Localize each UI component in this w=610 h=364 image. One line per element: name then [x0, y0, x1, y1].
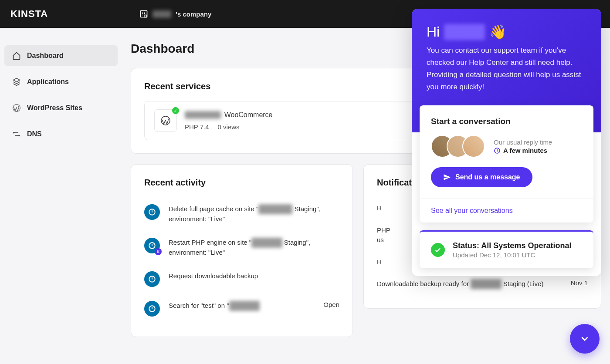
sidebar-item-label: DNS [27, 130, 42, 138]
card-title: Recent activity [144, 178, 339, 188]
avatar [462, 135, 485, 158]
kinsta-badge-icon: K [155, 248, 162, 255]
reply-time: A few minutes [494, 147, 582, 154]
chat-widget: Hi Xxxxx 👋 You can contact our support t… [412, 9, 601, 276]
layers-icon [12, 78, 21, 86]
wave-icon: 👋 [489, 24, 507, 40]
company-selector[interactable]: Xxxx 's company [139, 10, 211, 18]
send-icon [443, 173, 451, 181]
company-name-redacted: Xxxx [152, 10, 171, 18]
sidebar-item-wordpress[interactable]: WordPress Sites [4, 98, 118, 118]
notification-date: Nov 1 [571, 279, 588, 289]
send-message-button[interactable]: Send us a message [431, 167, 532, 187]
power-icon: K [144, 238, 160, 253]
clock-icon [494, 147, 501, 154]
reply-label: Our usual reply time [494, 138, 582, 146]
sidebar-item-label: Applications [27, 78, 69, 86]
service-name-redacted: Xxxxxxxxx [185, 111, 221, 119]
recent-activity-card: Recent activity Delete full page cache o… [131, 164, 353, 337]
status-online-icon: ✓ [172, 107, 179, 114]
home-icon [12, 51, 21, 60]
status-title: Status: All Systems Operational [453, 241, 571, 250]
check-icon [431, 243, 445, 257]
power-icon [144, 204, 160, 220]
activity-item[interactable]: K Restart PHP engine on site "Xxxxxxxx S… [144, 231, 339, 264]
notification-item[interactable]: Downloadable backup ready for Xxxxxxxx S… [377, 273, 588, 295]
see-conversations-link[interactable]: See all your conversations [431, 207, 513, 214]
service-icon: ✓ [154, 109, 177, 132]
company-suffix: 's company [176, 10, 211, 18]
chat-toggle-button[interactable] [570, 324, 600, 354]
wordpress-icon [160, 115, 171, 126]
system-status-card[interactable]: Status: All Systems Operational Updated … [420, 230, 593, 268]
building-icon [139, 10, 148, 18]
sidebar-item-dashboard[interactable]: Dashboard [4, 45, 118, 66]
support-avatars [431, 135, 485, 158]
service-php: PHP 7.4 [185, 123, 209, 131]
status-updated: Updated Dec 12, 10:01 UTC [453, 251, 571, 259]
dns-icon [12, 130, 21, 138]
chevron-down-icon [579, 333, 590, 344]
activity-item[interactable]: Delete full page cache on site "Xxxxxxxx… [144, 197, 339, 231]
sidebar-item-applications[interactable]: Applications [4, 71, 118, 92]
svg-point-4 [19, 135, 20, 136]
logo: KINSTA [10, 8, 48, 20]
chat-greeting: Hi Xxxxx 👋 [427, 24, 586, 40]
power-icon [144, 301, 160, 317]
chat-conversation-card: Start a conversation Our usual reply tim… [420, 105, 593, 222]
sidebar-item-label: Dashboard [27, 52, 64, 60]
chat-card-title: Start a conversation [431, 117, 582, 126]
svg-point-3 [14, 132, 14, 133]
activity-item[interactable]: Search for "test" on "Xxxxxxxx Open [144, 294, 339, 324]
activity-status: Open [323, 301, 339, 308]
service-suffix: WooCommerce [224, 111, 273, 119]
wordpress-icon [12, 104, 21, 112]
sidebar-item-dns[interactable]: DNS [4, 124, 118, 145]
chat-subtext: You can contact our support team if you'… [427, 44, 586, 93]
power-icon [144, 271, 160, 287]
activity-item[interactable]: Request downloadable backup [144, 264, 339, 294]
sidebar-item-label: WordPress Sites [27, 104, 82, 112]
service-views: 0 views [218, 123, 240, 131]
sidebar: Dashboard Applications WordPress Sites D… [0, 28, 122, 364]
svg-rect-1 [144, 15, 146, 17]
